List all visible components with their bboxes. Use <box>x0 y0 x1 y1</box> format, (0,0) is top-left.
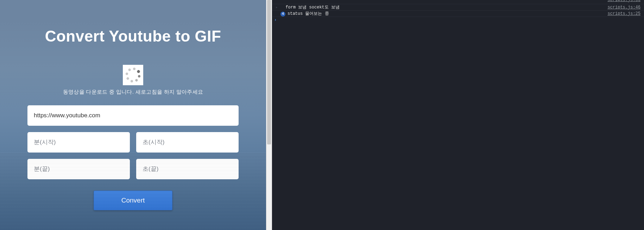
console-message: form 보냄 socekt도 보냄 <box>280 4 607 11</box>
console-log-row: ▸ form 보냄 socekt도 보냄 scripts.js:46 <box>272 4 644 11</box>
convert-button[interactable]: Convert <box>94 191 172 210</box>
youtube-url-input[interactable] <box>27 105 239 126</box>
loading-spinner-icon <box>127 69 139 81</box>
console-source-link[interactable]: scripts.js:25 <box>607 11 644 17</box>
console-source-link[interactable]: scripts.js:46 <box>607 4 644 11</box>
row-gutter: ▸ <box>274 4 280 11</box>
page-title: Convert Youtube to GIF <box>45 27 221 45</box>
app-panel: Convert Youtube to GIF 동영상을 다운로드 중 입니다. … <box>0 0 266 230</box>
console-message: 4status 물어보는 중 <box>280 11 607 17</box>
console-input[interactable] <box>278 17 644 23</box>
start-second-input[interactable] <box>136 132 239 153</box>
devtools-console: scripts.js:36 ▸ form 보냄 socekt도 보냄 scrip… <box>272 0 644 230</box>
scrollbar-thumb[interactable] <box>267 0 271 144</box>
page-scrollbar[interactable] <box>266 0 272 230</box>
convert-form: Convert <box>27 105 239 210</box>
console-log-row: scripts.js:36 <box>272 0 644 4</box>
end-second-input[interactable] <box>136 159 239 179</box>
chevron-right-icon: ▸ <box>276 4 279 11</box>
console-source-link[interactable]: scripts.js:36 <box>607 0 644 3</box>
loading-spinner-box <box>123 65 143 85</box>
download-status-text: 동영상을 다운로드 중 입니다. 새로고침을 하지 말아주세요 <box>63 89 203 95</box>
start-minute-input[interactable] <box>27 132 130 153</box>
console-prompt[interactable]: › <box>272 17 644 23</box>
console-log-row: 4status 물어보는 중 scripts.js:25 <box>272 11 644 17</box>
prompt-caret-icon: › <box>274 18 278 23</box>
repeat-count-badge: 4 <box>280 12 285 17</box>
end-minute-input[interactable] <box>27 159 130 179</box>
